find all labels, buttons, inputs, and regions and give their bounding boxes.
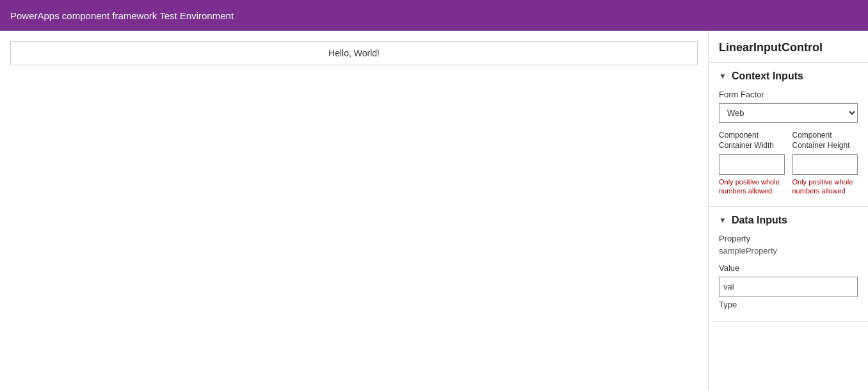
data-inputs-title: Data Inputs (732, 215, 787, 226)
data-inputs-section: ▼ Data Inputs Property sampleProperty Va… (709, 207, 868, 321)
width-label: Component Container Width (719, 131, 785, 150)
height-field-col: Component Container Height Only positive… (792, 131, 858, 196)
width-input[interactable] (719, 154, 785, 175)
context-inputs-title: Context Inputs (732, 70, 803, 82)
width-hint: Only positive whole numbers allowed (719, 177, 785, 196)
context-inputs-header[interactable]: ▼ Context Inputs (719, 70, 858, 82)
height-hint: Only positive whole numbers allowed (792, 177, 858, 196)
header-title: PowerApps component framework Test Envir… (10, 10, 234, 21)
form-factor-select[interactable]: Web Tablet Phone (719, 103, 858, 123)
data-inputs-chevron-icon: ▼ (719, 216, 727, 225)
hello-world-container: Hello, World! (10, 41, 698, 65)
header-bar: PowerApps component framework Test Envir… (0, 0, 868, 31)
value-input[interactable] (719, 277, 858, 297)
data-inputs-header[interactable]: ▼ Data Inputs (719, 215, 858, 226)
canvas-area: Hello, World! (0, 31, 708, 390)
hello-world-text: Hello, World! (328, 48, 380, 58)
main-layout: Hello, World! LinearInputControl ▼ Conte… (0, 31, 868, 390)
height-input[interactable] (792, 154, 858, 175)
context-inputs-section: ▼ Context Inputs Form Factor Web Tablet … (709, 63, 868, 207)
width-field-col: Component Container Width Only positive … (719, 131, 785, 196)
form-factor-label: Form Factor (719, 90, 858, 99)
container-dimensions-row: Component Container Width Only positive … (719, 131, 858, 196)
value-label: Value (719, 263, 858, 273)
context-inputs-chevron-icon: ▼ (719, 72, 727, 81)
panel-title: LinearInputControl (709, 31, 868, 63)
height-label: Component Container Height (792, 131, 858, 150)
right-panel: LinearInputControl ▼ Context Inputs Form… (708, 31, 868, 390)
property-label: Property (719, 234, 858, 243)
property-value: sampleProperty (719, 246, 858, 256)
type-label: Type (719, 300, 858, 309)
